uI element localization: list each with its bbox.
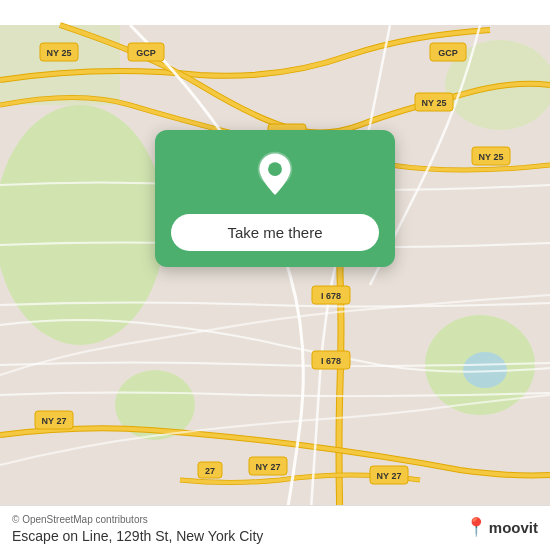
moovit-logo: 📍 moovit — [465, 516, 538, 538]
svg-point-6 — [463, 352, 507, 388]
svg-text:NY 25: NY 25 — [422, 98, 447, 108]
location-card: Take me there — [155, 130, 395, 267]
svg-point-32 — [268, 162, 282, 176]
map-svg: NY 25 NY 25 NY 25 NY 25 GCP GCP I 678 I … — [0, 0, 550, 550]
svg-text:GCP: GCP — [136, 48, 156, 58]
location-pin-icon — [249, 150, 301, 202]
bottom-bar: © OpenStreetMap contributors Escape on L… — [0, 505, 550, 550]
map-attribution: © OpenStreetMap contributors — [12, 514, 538, 525]
svg-point-1 — [0, 105, 165, 345]
moovit-pin-icon: 📍 — [465, 516, 487, 538]
svg-text:NY 25: NY 25 — [47, 48, 72, 58]
svg-text:GCP: GCP — [438, 48, 458, 58]
map-container: NY 25 NY 25 NY 25 NY 25 GCP GCP I 678 I … — [0, 0, 550, 550]
location-name: Escape on Line, 129th St, New York City — [12, 528, 538, 544]
svg-text:I 678: I 678 — [321, 356, 341, 366]
svg-text:NY 27: NY 27 — [42, 416, 67, 426]
svg-text:NY 27: NY 27 — [377, 471, 402, 481]
svg-text:I 678: I 678 — [321, 291, 341, 301]
moovit-brand-text: moovit — [489, 519, 538, 536]
svg-text:NY 27: NY 27 — [256, 462, 281, 472]
svg-text:27: 27 — [205, 466, 215, 476]
svg-text:NY 25: NY 25 — [479, 152, 504, 162]
take-me-there-button[interactable]: Take me there — [171, 214, 379, 251]
